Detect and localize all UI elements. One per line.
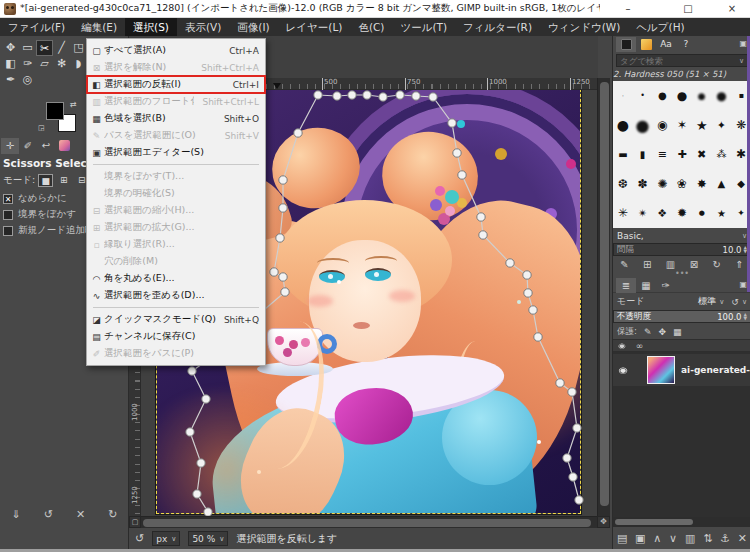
swap-colors-icon[interactable]: ⇄: [70, 100, 77, 109]
eraser-tool[interactable]: ▱: [36, 56, 53, 72]
brush-thumbnail-27[interactable]: ▲: [712, 169, 732, 198]
lower-layer-button[interactable]: ∨: [669, 532, 677, 545]
reset-mode-icon[interactable]: ↺: [731, 297, 739, 307]
brush-spacing-spinner[interactable]: 間隔 10.0 ▲▼: [613, 243, 750, 256]
zoom-dropdown[interactable]: 50 % ∨: [188, 531, 228, 546]
tab-channels[interactable]: ▦: [636, 278, 656, 293]
layer-list-scrollbar-thumb[interactable]: [615, 519, 693, 525]
crop-tool[interactable]: ◳: [70, 40, 87, 56]
raise-layer-button[interactable]: ∧: [653, 532, 661, 545]
menu-item-15[interactable]: ◠角を丸める(E)...: [87, 270, 265, 287]
brush-thumbnail-12[interactable]: ★: [692, 110, 712, 139]
close-button[interactable]: ×: [712, 0, 750, 18]
menubar-item-11[interactable]: ヘルプ(H): [628, 18, 692, 36]
tab-patterns[interactable]: [636, 37, 656, 52]
lock-alpha-icon[interactable]: ▦: [673, 327, 682, 337]
unit-dropdown[interactable]: px ∨: [152, 531, 180, 546]
brush-thumbnail-13[interactable]: ✦: [712, 110, 732, 139]
new-brush-button[interactable]: ⊞: [643, 259, 651, 270]
airbrush-tool[interactable]: ✻: [53, 56, 70, 72]
brush-thumbnail-30[interactable]: ✴: [633, 199, 653, 228]
open-brush-as-image-button[interactable]: ⇑: [735, 259, 743, 270]
lock-pixels-icon[interactable]: ✎: [644, 327, 652, 337]
paintbrush-tool[interactable]: ✑: [19, 56, 36, 72]
menubar-item-10[interactable]: ウィンドウ(W): [540, 18, 628, 36]
menubar-item-2[interactable]: 編集(E): [73, 18, 125, 36]
brush-thumbnail-22[interactable]: ❆: [613, 169, 633, 198]
mode-replace-icon[interactable]: ■: [38, 174, 53, 187]
brush-thumbnail-15[interactable]: ▬: [613, 140, 633, 169]
brush-thumbnail-16[interactable]: ▮: [633, 140, 653, 169]
lock-position-icon[interactable]: ✥: [658, 327, 666, 337]
tab-document-history[interactable]: ?: [676, 37, 696, 52]
brush-thumbnail-26[interactable]: ✸: [692, 169, 712, 198]
brush-thumbnail-5[interactable]: ●: [692, 81, 712, 110]
brush-thumbnail-6[interactable]: ●: [712, 81, 732, 110]
menubar-item-8[interactable]: ツール(T): [392, 18, 455, 36]
scissors-select-tool[interactable]: ✂: [36, 40, 53, 56]
brush-thumbnail-20[interactable]: ⁂: [712, 140, 732, 169]
brush-thumbnail-23[interactable]: ✽: [633, 169, 653, 198]
brush-thumbnail-10[interactable]: ◉: [652, 110, 672, 139]
quickmask-toggle-button[interactable]: ▢: [129, 516, 141, 528]
duplicate-layer-button[interactable]: ▥: [685, 532, 695, 545]
tab-brushes[interactable]: [616, 37, 636, 52]
layer-row[interactable]: ◉ ai-generated-: [613, 354, 750, 386]
brush-group-dropdown[interactable]: Basic, ∨: [613, 229, 750, 242]
brush-thumbnail-1[interactable]: ·: [613, 81, 633, 110]
menu-item-3[interactable]: ◧選択範囲の反転(I)Ctrl+I: [87, 76, 265, 93]
brush-search-input[interactable]: [616, 54, 748, 67]
menu-item-19[interactable]: ▤チャンネルに保存(C): [87, 328, 265, 345]
brush-thumbnail-17[interactable]: ≡: [652, 140, 672, 169]
menu-item-1[interactable]: ▢すべて選択(A)Ctrl+A: [87, 42, 265, 59]
new-layer-button[interactable]: ▤: [617, 532, 627, 545]
minimize-button[interactable]: –: [608, 0, 648, 18]
tab-device-status[interactable]: ✐: [19, 138, 37, 154]
tab-layers[interactable]: ≣: [616, 278, 636, 293]
ink-tool[interactable]: ✒: [2, 72, 19, 88]
brush-thumbnail-25[interactable]: ❀: [672, 169, 692, 198]
default-colors-icon[interactable]: ◲: [38, 124, 45, 132]
tab-tool-options[interactable]: ✛: [1, 138, 19, 154]
refresh-brushes-button[interactable]: ↻: [713, 259, 721, 270]
restore-preset-button[interactable]: ↺: [44, 508, 53, 521]
new-group-button[interactable]: ▣: [635, 532, 645, 545]
delete-preset-button[interactable]: ✕: [76, 508, 85, 521]
checkbox-checked-icon[interactable]: ✕: [3, 194, 13, 204]
brush-thumbnail-31[interactable]: ❖: [652, 199, 672, 228]
eye-icon[interactable]: ◉: [613, 365, 633, 375]
layer-thumbnail[interactable]: [647, 356, 675, 384]
tab-paths[interactable]: ✑: [656, 278, 676, 293]
tab-brushes-preview[interactable]: [55, 138, 73, 154]
mode-add-icon[interactable]: ⊞: [56, 174, 71, 187]
maximize-button[interactable]: □: [668, 0, 708, 18]
vertical-scrollbar[interactable]: [597, 78, 610, 516]
bucket-fill-tool[interactable]: ◧: [2, 56, 19, 72]
menubar-item-4[interactable]: 表示(V): [177, 18, 229, 36]
reset-tool-button[interactable]: ↻: [108, 508, 117, 521]
menu-item-18[interactable]: ◪クイックマスクモード(Q)Shift+Q: [87, 311, 265, 328]
move-tool[interactable]: ✥: [2, 40, 19, 56]
save-preset-button[interactable]: ⇓: [12, 508, 21, 521]
checkbox-icon[interactable]: [3, 226, 13, 236]
menubar-item-3[interactable]: 選択(S): [125, 18, 177, 36]
layer-list-scrollbar[interactable]: [613, 517, 750, 527]
brush-grid[interactable]: ·•●●●●▪●●◉✶★✦❋▬▮≡✚✖⁂✱❆✽✺❀✸▲◆✳✴❖✹●★✦: [613, 81, 750, 228]
brush-thumbnail-24[interactable]: ✺: [652, 169, 672, 198]
brush-thumbnail-19[interactable]: ✖: [692, 140, 712, 169]
edit-brush-button[interactable]: ✎: [620, 259, 628, 270]
brush-thumbnail-9[interactable]: ●: [633, 110, 653, 139]
menubar-item-9[interactable]: フィルター(R): [455, 18, 540, 36]
dock-menu-icon[interactable]: ▣: [739, 39, 747, 48]
menu-item-7[interactable]: ▣選択範囲エディター(S): [87, 144, 265, 161]
brush-thumbnail-3[interactable]: ●: [652, 81, 672, 110]
smudge-tool[interactable]: ◗: [70, 56, 87, 72]
horizontal-scrollbar[interactable]: [141, 516, 597, 528]
duplicate-brush-button[interactable]: ▥: [666, 259, 675, 270]
foreground-color-swatch[interactable]: [46, 102, 64, 120]
brush-thumbnail-11[interactable]: ✶: [672, 110, 692, 139]
spinner-arrows-icon[interactable]: ▲▼: [744, 313, 747, 321]
menubar-item-7[interactable]: 色(C): [350, 18, 392, 36]
opacity-slider[interactable]: 不透明度 100.0 ▲▼: [613, 310, 750, 323]
measure-tool[interactable]: ╱: [53, 40, 70, 56]
